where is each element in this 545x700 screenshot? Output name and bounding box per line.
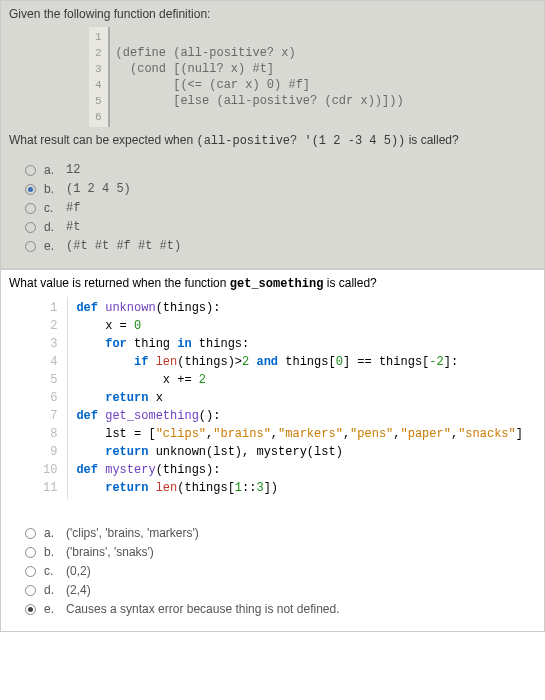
radio-icon bbox=[25, 241, 36, 252]
code-inline: (all-positive? '(1 2 -3 4 5)) bbox=[196, 134, 405, 148]
line-num: 4 bbox=[43, 353, 57, 371]
option-letter: d. bbox=[44, 220, 58, 234]
q1-option-c[interactable]: c. #f bbox=[25, 201, 536, 215]
option-text: (2,4) bbox=[66, 583, 91, 597]
line-num: 4 bbox=[95, 77, 102, 93]
function-name: get_something bbox=[230, 277, 324, 291]
text: is called? bbox=[323, 276, 376, 290]
radio-icon bbox=[25, 604, 36, 615]
q1-option-a[interactable]: a. 12 bbox=[25, 163, 536, 177]
line-num: 9 bbox=[43, 443, 57, 461]
option-letter: a. bbox=[44, 163, 58, 177]
q2-prompt: What value is returned when the function… bbox=[9, 276, 536, 291]
option-text: (0,2) bbox=[66, 564, 91, 578]
option-text: 12 bbox=[66, 163, 80, 177]
q1-option-d[interactable]: d. #t bbox=[25, 220, 536, 234]
option-letter: e. bbox=[44, 602, 58, 616]
option-letter: b. bbox=[44, 182, 58, 196]
option-text: ('brains', 'snaks') bbox=[66, 545, 154, 559]
option-text: #f bbox=[66, 201, 80, 215]
line-num: 6 bbox=[95, 109, 102, 125]
line-num: 8 bbox=[43, 425, 57, 443]
option-letter: e. bbox=[44, 239, 58, 253]
option-text: ('clips', 'brains, 'markers') bbox=[66, 526, 199, 540]
q2-option-c[interactable]: c. (0,2) bbox=[25, 564, 536, 578]
radio-icon bbox=[25, 528, 36, 539]
q2-option-b[interactable]: b. ('brains', 'snaks') bbox=[25, 545, 536, 559]
text: is called? bbox=[405, 133, 458, 147]
line-num: 2 bbox=[43, 317, 57, 335]
line-num: 7 bbox=[43, 407, 57, 425]
q1-prompt: Given the following function definition: bbox=[9, 7, 536, 21]
question-1: Given the following function definition:… bbox=[0, 0, 545, 269]
radio-icon bbox=[25, 585, 36, 596]
radio-icon bbox=[25, 566, 36, 577]
option-text: #t bbox=[66, 220, 80, 234]
option-text: (1 2 4 5) bbox=[66, 182, 131, 196]
line-num: 5 bbox=[43, 371, 57, 389]
q1-code: (define (all-positive? x) (cond [(null? … bbox=[110, 27, 410, 127]
q2-option-d[interactable]: d. (2,4) bbox=[25, 583, 536, 597]
line-num: 11 bbox=[43, 479, 57, 497]
q1-gutter: 1 2 3 4 5 6 bbox=[89, 27, 110, 127]
q1-option-b[interactable]: b. (1 2 4 5) bbox=[25, 182, 536, 196]
q2-option-e[interactable]: e. Causes a syntax error because thing i… bbox=[25, 602, 536, 616]
option-text: (#t #t #f #t #t) bbox=[66, 239, 181, 253]
line-num: 3 bbox=[95, 61, 102, 77]
radio-icon bbox=[25, 547, 36, 558]
q2-gutter: 1 2 3 4 5 6 7 8 9 10 11 bbox=[39, 297, 68, 499]
line-num: 10 bbox=[43, 461, 57, 479]
option-letter: a. bbox=[44, 526, 58, 540]
line-num: 3 bbox=[43, 335, 57, 353]
q2-code-block: 1 2 3 4 5 6 7 8 9 10 11 def unknown(thin… bbox=[39, 297, 536, 499]
radio-icon bbox=[25, 203, 36, 214]
line-num: 1 bbox=[43, 299, 57, 317]
text: What result can be expected when bbox=[9, 133, 196, 147]
q1-option-e[interactable]: e. (#t #t #f #t #t) bbox=[25, 239, 536, 253]
line-num: 6 bbox=[43, 389, 57, 407]
q2-option-a[interactable]: a. ('clips', 'brains, 'markers') bbox=[25, 526, 536, 540]
option-letter: c. bbox=[44, 201, 58, 215]
radio-icon bbox=[25, 222, 36, 233]
option-letter: d. bbox=[44, 583, 58, 597]
line-num: 5 bbox=[95, 93, 102, 109]
option-letter: b. bbox=[44, 545, 58, 559]
line-num: 2 bbox=[95, 45, 102, 61]
radio-icon bbox=[25, 165, 36, 176]
q1-code-block: 1 2 3 4 5 6 (define (all-positive? x) (c… bbox=[89, 27, 536, 127]
q1-options: a. 12 b. (1 2 4 5) c. #f d. #t e. (#t #t… bbox=[9, 154, 536, 262]
line-num: 1 bbox=[95, 29, 102, 45]
radio-icon bbox=[25, 184, 36, 195]
q1-result-text: What result can be expected when (all-po… bbox=[9, 133, 536, 148]
q2-options: a. ('clips', 'brains, 'markers') b. ('br… bbox=[9, 517, 536, 625]
option-letter: c. bbox=[44, 564, 58, 578]
text: What value is returned when the function bbox=[9, 276, 230, 290]
question-2: What value is returned when the function… bbox=[0, 269, 545, 632]
q2-code: def unknown(things): x = 0 for thing in … bbox=[68, 297, 531, 499]
option-text: Causes a syntax error because thing is n… bbox=[66, 602, 340, 616]
